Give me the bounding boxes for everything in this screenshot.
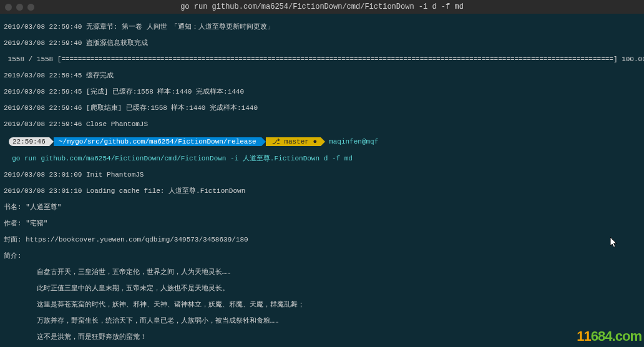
watermark: 11684.com [577, 328, 642, 345]
desc-line: 万族并存，野蛮生长，统治天下，而人皇已老，人族弱小，被当成祭牲和食粮…… [4, 317, 640, 325]
info-line: 简介: [4, 252, 640, 260]
log-line: 2019/03/08 23:01:09 Init PhantomJS [4, 171, 640, 179]
separator-icon [49, 137, 54, 146]
info-line: 封面: https://bookcover.yuewen.com/qdbimg/… [4, 236, 640, 244]
titlebar: go run github.com/ma6254/FictionDown/cmd… [0, 0, 644, 14]
log-line: 2019/03/08 22:59:46 [爬取结束] 已缓存:1558 样本:1… [4, 104, 640, 112]
window-title: go run github.com/ma6254/FictionDown/cmd… [0, 2, 644, 11]
prompt-path: ~/mygo/src/github.com/ma6254/FictionDown… [54, 137, 261, 146]
desc-line: 这不是洪荒，而是狂野奔放的蛮荒！ [4, 333, 640, 341]
progress-line: 1558 / 1558 [===========================… [4, 56, 640, 64]
log-line: 2019/03/08 22:59:45 缓存完成 [4, 72, 640, 80]
info-line: 作者: "宅猪" [4, 220, 640, 228]
info-line: 书名: "人道至尊" [4, 203, 640, 212]
log-line: 2019/03/08 22:59:46 Close PhantomJS [4, 120, 640, 129]
prompt-user: maqinfen@mqf [329, 138, 378, 146]
branch-icon: ⎇ [272, 138, 280, 146]
log-line: 2019/03/08 22:59:40 盗版源信息获取完成 [4, 39, 640, 47]
log-line: 2019/03/08 22:59:45 [完成] 已缓存:1558 样本:144… [4, 88, 640, 96]
log-line: 2019/03/08 22:59:40 无源章节: 第一卷 人间世 「通知：人道… [4, 23, 640, 31]
desc-line: 自盘古开天，三皇治世，五帝定伦，世界之间，人为天地灵长…… [4, 268, 640, 276]
separator-icon [321, 137, 325, 146]
command-line: go run github.com/ma6254/FictionDown/cmd… [4, 155, 640, 163]
prompt-branch: ⎇ master ● [266, 137, 321, 146]
terminal-output[interactable]: 2019/03/08 22:59:40 无源章节: 第一卷 人间世 「通知：人道… [0, 14, 644, 347]
desc-line: 此时正值三皇中的人皇末期，五帝未定，人族也不是天地灵长。 [4, 285, 640, 293]
shell-prompt: 22:59:46 ~/mygo/src/github.com/ma6254/Fi… [4, 137, 640, 146]
separator-icon [261, 137, 266, 146]
log-line: 2019/03/08 23:01:10 Loading cache file: … [4, 187, 640, 195]
prompt-time: 22:59:46 [9, 137, 49, 146]
desc-line: 这里是莽苍荒蛮的时代，妖神、邪神、天神、诸神林立，妖魔、邪魔、天魔，群魔乱舞； [4, 301, 640, 309]
